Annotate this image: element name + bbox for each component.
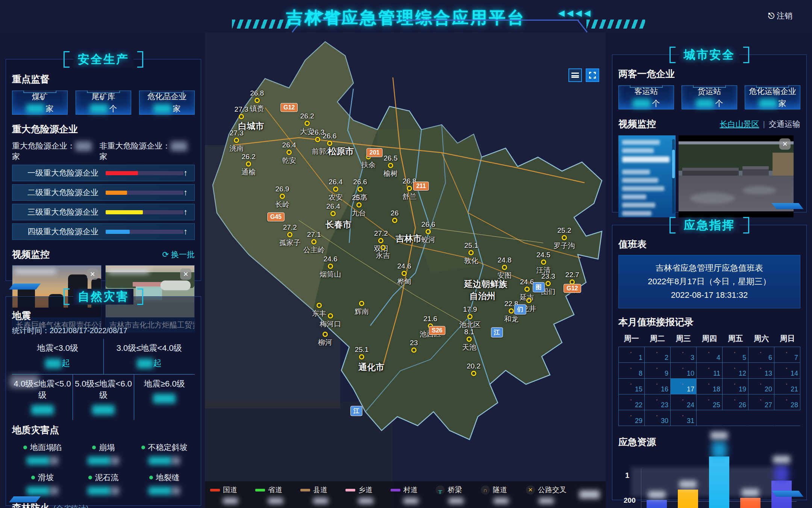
temperature-marker-icon[interactable] xyxy=(327,141,332,146)
calendar-day-5[interactable]: 5 xyxy=(723,347,748,363)
calendar-day-28[interactable]: 28 xyxy=(774,394,800,410)
refresh-batch-link[interactable]: ⟳ 换一批 xyxy=(162,249,195,260)
temperature-marker-icon[interactable] xyxy=(239,114,244,119)
up-arrow-icon[interactable]: ↑ xyxy=(183,168,188,178)
camera-list-item[interactable] xyxy=(622,156,670,162)
logout-button[interactable]: ⎋注销 xyxy=(768,11,792,21)
camera-list-item[interactable] xyxy=(622,194,646,199)
temperature-marker-icon[interactable] xyxy=(323,332,328,337)
scrollbar-thumb[interactable] xyxy=(672,150,675,178)
map-layers-button[interactable] xyxy=(568,68,582,82)
temperature-marker-icon[interactable] xyxy=(234,138,239,143)
calendar-day-23[interactable]: 23 xyxy=(645,394,671,410)
close-icon[interactable]: ✕ xyxy=(779,138,791,150)
calendar-day-31[interactable]: 31 xyxy=(671,410,697,426)
camera-list-scrollbar[interactable] xyxy=(672,139,675,214)
calendar-day-16[interactable]: 16 xyxy=(645,379,671,394)
calendar-day-26[interactable]: 26 xyxy=(723,394,748,410)
temperature-marker-icon[interactable] xyxy=(541,259,546,265)
temperature-marker-icon[interactable] xyxy=(426,229,431,234)
temperature-marker-icon[interactable] xyxy=(509,308,514,314)
up-arrow-icon[interactable]: ↑ xyxy=(183,227,188,237)
temperature-marker-icon[interactable] xyxy=(246,161,251,167)
temperature-marker-icon[interactable] xyxy=(359,301,364,306)
temperature-marker-icon[interactable] xyxy=(255,98,260,103)
calendar-day-15[interactable]: 15 xyxy=(619,379,645,394)
temperature-marker-icon[interactable] xyxy=(407,186,412,191)
temperature-marker-icon[interactable] xyxy=(526,298,532,303)
camera-list-item[interactable] xyxy=(622,211,651,216)
card-危化品企业[interactable]: 危化品企业家 xyxy=(139,91,195,115)
temperature-marker-icon[interactable] xyxy=(401,271,407,276)
calendar-day-29[interactable]: 29 xyxy=(619,410,645,426)
temperature-marker-icon[interactable] xyxy=(311,239,317,244)
card-危化运输企业[interactable]: 危化运输企业家 xyxy=(745,85,800,109)
camera-list-item[interactable] xyxy=(622,148,654,153)
calendar-day-3[interactable]: 3 xyxy=(671,347,697,363)
calendar-day-8[interactable]: 8 xyxy=(619,363,645,379)
calendar-day-7[interactable]: 7 xyxy=(774,347,800,363)
calendar-day-22[interactable]: 22 xyxy=(619,394,645,410)
temperature-marker-icon[interactable] xyxy=(317,303,322,308)
temperature-marker-icon[interactable] xyxy=(545,281,551,286)
calendar-day-25[interactable]: 25 xyxy=(697,394,723,410)
temperature-marker-icon[interactable] xyxy=(287,232,292,237)
temperature-marker-icon[interactable] xyxy=(524,287,530,292)
calendar-day-14[interactable]: 14 xyxy=(774,363,800,379)
temperature-marker-icon[interactable] xyxy=(356,202,362,208)
temperature-marker-icon[interactable] xyxy=(358,187,363,192)
temperature-marker-icon[interactable] xyxy=(378,238,383,243)
calendar-day-10[interactable]: 10 xyxy=(671,363,697,379)
close-icon[interactable]: ✕ xyxy=(87,268,98,280)
camera-list-item[interactable] xyxy=(622,186,664,191)
temperature-marker-icon[interactable] xyxy=(330,211,336,216)
calendar-day-17[interactable]: 17 xyxy=(671,379,697,394)
camera-list-item[interactable] xyxy=(622,178,658,183)
province-map[interactable]: 26.8镇赉27.327.3洮南26.2大安26.326.6前郭尔罗斯26.4乾… xyxy=(205,32,606,508)
temperature-marker-icon[interactable] xyxy=(471,371,476,376)
temperature-marker-icon[interactable] xyxy=(562,235,567,240)
calendar-day-27[interactable]: 27 xyxy=(748,394,774,410)
temperature-marker-icon[interactable] xyxy=(467,314,473,319)
calendar-day-18[interactable]: 18 xyxy=(697,379,723,394)
temperature-marker-icon[interactable] xyxy=(328,313,333,318)
calendar-day-20[interactable]: 20 xyxy=(748,379,774,394)
tab-transport[interactable]: 交通运输 xyxy=(769,119,800,129)
calendar-day-4[interactable]: 4 xyxy=(697,347,723,363)
tab-changbaishan[interactable]: 长白山景区 xyxy=(720,119,759,129)
temperature-marker-icon[interactable] xyxy=(392,218,397,223)
calendar-day-19[interactable]: 19 xyxy=(723,379,748,394)
temperature-marker-icon[interactable] xyxy=(468,250,474,255)
temperature-marker-icon[interactable] xyxy=(380,245,386,250)
calendar-day-2[interactable]: 2 xyxy=(645,347,671,363)
calendar-day-1[interactable]: 1 xyxy=(619,347,645,363)
camera-list-item[interactable] xyxy=(622,203,655,208)
temperature-marker-icon[interactable] xyxy=(304,121,310,126)
temperature-marker-icon[interactable] xyxy=(333,187,338,192)
up-arrow-icon[interactable]: ↑ xyxy=(183,188,188,197)
map-fullscreen-button[interactable] xyxy=(586,68,599,82)
temperature-marker-icon[interactable] xyxy=(502,265,507,270)
camera-list-item[interactable] xyxy=(622,170,650,174)
calendar-day-11[interactable]: 11 xyxy=(697,363,723,379)
card-客运站[interactable]: 客运站个 xyxy=(618,85,674,109)
camera-list[interactable] xyxy=(618,135,676,217)
card-货运站[interactable]: 货运站个 xyxy=(682,85,737,109)
calendar-day-30[interactable]: 30 xyxy=(645,410,671,426)
close-icon[interactable]: ✕ xyxy=(180,268,191,280)
calendar-day-9[interactable]: 9 xyxy=(645,363,671,379)
temperature-marker-icon[interactable] xyxy=(388,163,393,168)
calendar-day-24[interactable]: 24 xyxy=(671,394,697,410)
calendar-day-12[interactable]: 12 xyxy=(723,363,748,379)
temperature-marker-icon[interactable] xyxy=(467,337,472,342)
up-arrow-icon[interactable]: ↑ xyxy=(183,207,188,217)
calendar-day-21[interactable]: 21 xyxy=(774,379,800,394)
camera-list-item[interactable] xyxy=(622,140,660,145)
card-煤矿[interactable]: 煤矿家 xyxy=(12,91,68,115)
calendar-day-13[interactable]: 13 xyxy=(748,363,774,379)
temperature-marker-icon[interactable] xyxy=(315,137,320,142)
temperature-marker-icon[interactable] xyxy=(328,264,333,269)
temperature-marker-icon[interactable] xyxy=(280,194,285,199)
temperature-marker-icon[interactable] xyxy=(286,150,292,155)
temperature-marker-icon[interactable] xyxy=(411,347,417,353)
